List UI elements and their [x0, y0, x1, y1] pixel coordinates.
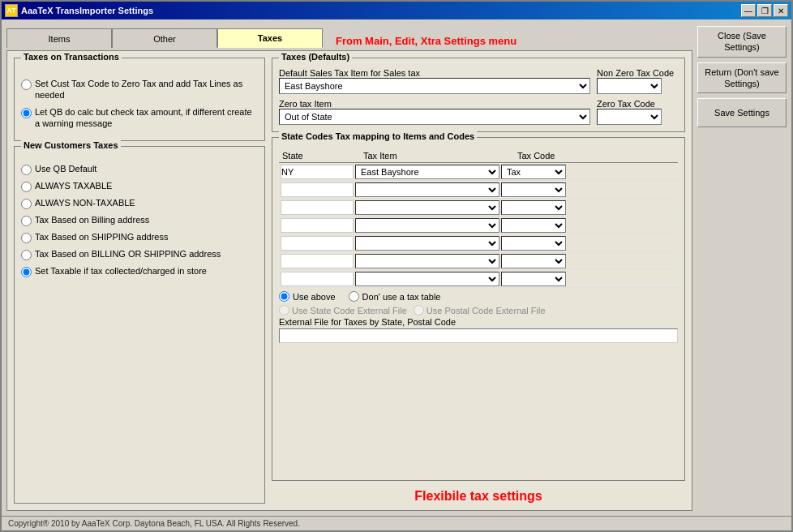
dont-use-label: Don' use a tax table	[362, 292, 441, 302]
taxcode-select-6[interactable]	[501, 254, 566, 268]
use-above-label: Use above	[293, 292, 336, 302]
use-postal-code-radio[interactable]	[414, 305, 424, 315]
state-input-2[interactable]	[281, 182, 354, 197]
non-zero-tax-code-label: Non Zero Tax Code	[597, 68, 678, 78]
right-panel: Taxes (Defaults) Default Sales Tax Item …	[272, 58, 685, 504]
use-above-option: Use above	[279, 291, 336, 302]
nc1-radio[interactable]	[21, 165, 32, 175]
tab-items[interactable]: Items	[6, 28, 112, 48]
tab-other[interactable]: Other	[112, 28, 217, 48]
state-row-2	[279, 181, 678, 199]
nc4-row: Tax Based on Billing address	[21, 214, 258, 226]
close-window-button[interactable]: ✕	[774, 4, 788, 17]
new-customers-taxes-title: New Customers Taxes	[21, 140, 121, 150]
footer-text: Copyright® 2010 by AaaTeX Corp. Daytona …	[8, 519, 300, 528]
minimize-button[interactable]: —	[741, 4, 756, 17]
col-state-header: State	[282, 151, 363, 161]
taxcode-select-2[interactable]	[501, 182, 566, 197]
main-window: AT AaaTeX TransImporter Settings — ❐ ✕ I…	[0, 0, 793, 532]
use-state-code-radio[interactable]	[279, 305, 289, 315]
right-buttons: Close (Save Settings) Return (Don't save…	[697, 24, 787, 511]
nc3-label: ALWAYS NON-TAXABLE	[35, 197, 135, 208]
state-row-3	[279, 199, 678, 217]
title-bar: AT AaaTeX TransImporter Settings — ❐ ✕	[2, 2, 791, 19]
taxcode-select-1[interactable]: Tax	[501, 165, 566, 179]
zero-tax-item-col: Zero tax Item Out of State	[279, 99, 590, 125]
default-sales-tax-select[interactable]: East Bayshore	[279, 78, 590, 94]
col-taxitem-header: Tax Item	[363, 151, 517, 161]
nc7-label: Set Taxable if tax collected/charged in …	[35, 265, 207, 277]
state-row-7	[279, 270, 678, 288]
taxcode-select-7[interactable]	[501, 272, 566, 286]
flexible-tax-text: Flexibile tax settings	[272, 489, 685, 504]
tab-hint: From Main, Edit, Xtra Settings menu	[336, 35, 517, 47]
nc6-row: Tax Based on BILLING OR SHIPPING address	[21, 248, 258, 260]
state-row-5	[279, 234, 678, 252]
state-input-6[interactable]	[281, 254, 354, 268]
use-above-radio[interactable]	[279, 291, 289, 302]
dont-use-option: Don' use a tax table	[349, 291, 441, 302]
nc1-row: Use QB Default	[21, 163, 258, 175]
non-zero-tax-code-select[interactable]	[597, 78, 662, 94]
tab-taxes[interactable]: Taxes	[217, 28, 323, 48]
nc3-row: ALWAYS NON-TAXABLE	[21, 197, 258, 209]
state-codes-header: State Tax Item Tax Code	[279, 149, 678, 163]
dont-use-radio[interactable]	[349, 291, 359, 302]
opt1-label: Set Cust Tax Code to Zero Tax and add Ta…	[35, 78, 258, 101]
nc7-radio[interactable]	[21, 267, 32, 277]
nc5-radio[interactable]	[21, 233, 32, 243]
panel-row: Taxes on Transactions Set Cust Tax Code …	[14, 58, 685, 504]
taxitem-select-7[interactable]	[355, 272, 499, 286]
default-sales-tax-col: Default Sales Tax Item for Sales tax Eas…	[279, 68, 590, 94]
zero-tax-code-select[interactable]	[597, 109, 662, 125]
state-input-1[interactable]	[281, 165, 354, 179]
title-bar-left: AT AaaTeX TransImporter Settings	[5, 4, 153, 17]
nc4-radio[interactable]	[21, 216, 32, 226]
opt1-row: Set Cust Tax Code to Zero Tax and add Ta…	[21, 78, 258, 101]
return-dont-save-button[interactable]: Return (Don't save Settings)	[697, 62, 787, 94]
taxitem-select-5[interactable]	[355, 236, 499, 251]
taxes-defaults-group: Taxes (Defaults) Default Sales Tax Item …	[272, 58, 685, 132]
use-state-code-option: Use State Code External File	[279, 305, 407, 315]
state-input-5[interactable]	[281, 236, 354, 251]
state-input-3[interactable]	[281, 200, 354, 215]
use-postal-code-option: Use Postal Code External File	[414, 305, 546, 315]
opt1-radio[interactable]	[21, 79, 32, 90]
non-zero-col: Non Zero Tax Code	[597, 68, 678, 94]
restore-button[interactable]: ❐	[757, 4, 772, 17]
zero-tax-code-col: Zero Tax Code	[597, 99, 678, 125]
state-input-4[interactable]	[281, 218, 354, 233]
zero-tax-item-label: Zero tax Item	[279, 99, 590, 109]
nc7-row: Set Taxable if tax collected/charged in …	[21, 265, 258, 277]
zero-tax-item-select[interactable]: Out of State	[279, 109, 590, 125]
window-title: AaaTeX TransImporter Settings	[21, 6, 153, 15]
nc2-row: ALWAYS TAXABLE	[21, 180, 258, 192]
nc3-radio[interactable]	[21, 199, 32, 209]
taxcode-select-5[interactable]	[501, 236, 566, 251]
opt2-row: Let QB do calc but check tax amount, if …	[21, 106, 258, 130]
taxcode-select-3[interactable]	[501, 200, 566, 215]
main-panel: Items Other Taxes From Main, Edit, Xtra …	[6, 24, 692, 511]
taxes-defaults-title: Taxes (Defaults)	[279, 52, 352, 62]
opt2-label: Let QB do calc but check tax amount, if …	[35, 106, 258, 130]
taxitem-select-6[interactable]	[355, 254, 499, 268]
save-settings-button[interactable]: Save Settings	[697, 98, 787, 127]
opt2-radio[interactable]	[21, 108, 32, 118]
taxitem-select-3[interactable]	[355, 200, 499, 215]
title-bar-buttons: — ❐ ✕	[741, 4, 788, 17]
state-input-7[interactable]	[281, 272, 354, 286]
external-file-label: External File for Taxes by State, Postal…	[279, 317, 678, 327]
external-file-input[interactable]	[279, 328, 678, 343]
taxitem-select-2[interactable]	[355, 182, 499, 197]
taxcode-select-4[interactable]	[501, 218, 566, 233]
taxitem-select-4[interactable]	[355, 218, 499, 233]
close-save-button[interactable]: Close (Save Settings)	[697, 26, 787, 58]
content-area: Items Other Taxes From Main, Edit, Xtra …	[2, 19, 791, 516]
tab-content: Taxes on Transactions Set Cust Tax Code …	[6, 50, 692, 511]
nc2-radio[interactable]	[21, 182, 32, 192]
nc6-radio[interactable]	[21, 250, 32, 260]
tabs-row: Items Other Taxes From Main, Edit, Xtra …	[6, 24, 692, 47]
state-row-1: East Bayshore Tax	[279, 163, 678, 181]
nc6-label: Tax Based on BILLING OR SHIPPING address	[35, 248, 221, 260]
taxitem-select-1[interactable]: East Bayshore	[355, 165, 499, 179]
